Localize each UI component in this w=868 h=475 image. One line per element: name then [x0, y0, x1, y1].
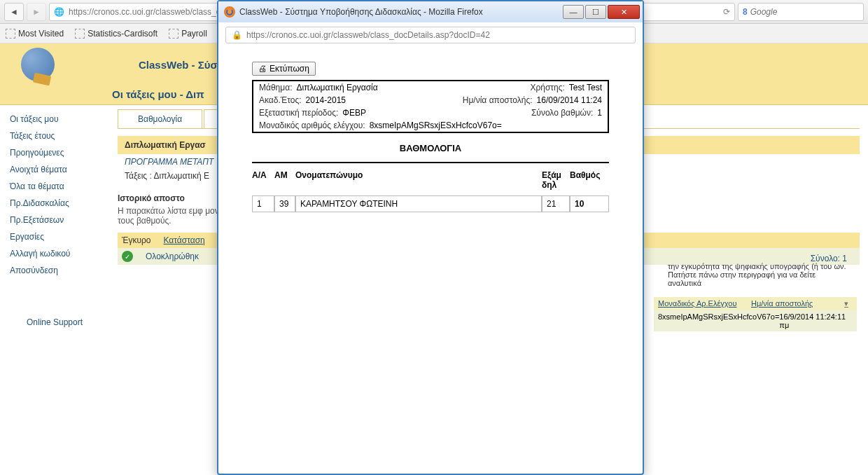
grades-heading: ΒΑΘΜΟΛΟΓΙΑ — [252, 133, 609, 159]
tab-grades[interactable]: Βαθμολογία — [118, 109, 202, 128]
sidebar-item-year-classes[interactable]: Τάξεις έτους — [3, 128, 106, 144]
sidebar: Οι τάξεις μου Τάξεις έτους Προηγούμενες … — [0, 105, 109, 336]
search-input[interactable] — [750, 7, 859, 17]
bookmark-payroll[interactable]: Payroll — [169, 29, 207, 39]
reload-icon[interactable]: ⟳ — [723, 7, 730, 17]
lock-icon: 🔒 — [232, 30, 242, 40]
cell-sem: 21 — [542, 195, 570, 212]
cell-grade: 10 — [570, 195, 609, 212]
right-info-text: την εγκυρότητα της ψηφιακής υπογραφής (ή… — [661, 261, 857, 289]
sidebar-item-logout[interactable]: Αποσύνδεση — [3, 262, 106, 279]
print-icon: 🖨 — [258, 64, 267, 74]
search-box[interactable]: 8 — [738, 3, 864, 21]
sidebar-item-open-topics[interactable]: Ανοιχτά θέματα — [3, 161, 106, 178]
bookmark-icon — [75, 29, 85, 39]
col-status[interactable]: Κατάσταση — [163, 235, 204, 245]
right-table: Μοναδικός Αρ.Ελέγχου Ημ/νία αποστολής ▾ … — [654, 297, 857, 331]
popup-titlebar[interactable]: ClassWeb - Σύστημα Υποβοήθησης Διδασκαλί… — [218, 1, 643, 22]
popup-url-bar[interactable]: 🔒 https://cronos.cc.uoi.gr/classweb/clas… — [225, 27, 636, 43]
cell-aa: 1 — [252, 195, 274, 212]
grades-head: A/A AM Ονοματεπώνυμο Εξάμ δηλ Βαθμός — [252, 169, 609, 191]
maximize-button[interactable]: ☐ — [585, 5, 606, 19]
grades-row: 1 39 ΚΑΡΑΜΗΤΣΟΥ ΦΩΤΕΙΝΗ 21 10 — [252, 195, 609, 212]
col-date[interactable]: Ημ/νία αποστολής — [751, 299, 844, 308]
bookmark-icon — [6, 29, 15, 39]
cell-name: ΚΑΡΑΜΗΤΣΟΥ ΦΩΤΕΙΝΗ — [295, 195, 542, 212]
col-valid[interactable]: Έγκυρο — [122, 235, 150, 245]
popup-title: ClassWeb - Σύστημα Υποβοήθησης Διδασκαλί… — [239, 7, 563, 17]
firefox-icon — [224, 6, 235, 18]
right-table-row[interactable]: 8xsmeIpAMgSRsxjESxHcfcoV67o= 16/9/2014 1… — [654, 310, 857, 331]
close-button[interactable]: ✕ — [608, 5, 640, 19]
bookmark-icon — [169, 29, 178, 39]
sidebar-item-teaching[interactable]: Πρ.Διδασκαλίας — [3, 195, 106, 212]
history-status: Ολοκληρώθηκ — [146, 252, 199, 261]
doc-info-box: Μάθημα:Διπλωματική Εργασία Χρήστης:Test … — [252, 80, 609, 133]
bookmark-statistics[interactable]: Statistics-Cardisoft — [75, 29, 158, 39]
back-button[interactable]: ◄ — [4, 3, 24, 21]
sidebar-item-change-password[interactable]: Αλλαγή κωδικού — [3, 245, 106, 262]
print-button[interactable]: 🖨 Εκτύπωση — [252, 62, 316, 76]
sidebar-item-all-topics[interactable]: Όλα τα θέματα — [3, 178, 106, 195]
sidebar-item-my-classes[interactable]: Οι τάξεις μου — [3, 111, 106, 128]
cell-am: 39 — [274, 195, 295, 212]
valid-check-icon: ✓ — [122, 251, 133, 262]
forward-button[interactable]: ► — [27, 3, 46, 21]
bookmark-most-visited[interactable]: Most Visited — [6, 29, 64, 39]
sidebar-item-work[interactable]: Εργασίες — [3, 228, 106, 245]
google-icon: 8 — [743, 7, 748, 17]
sort-arrow-icon[interactable]: ▾ — [844, 299, 853, 308]
col-uid[interactable]: Μοναδικός Αρ.Ελέγχου — [658, 299, 751, 308]
sidebar-item-previous[interactable]: Προηγούμενες — [3, 144, 106, 161]
popup-url: https://cronos.cc.uoi.gr/classweb/class_… — [246, 30, 490, 40]
app-logo — [21, 48, 55, 81]
sidebar-item-exams[interactable]: Πρ.Εξετάσεων — [3, 212, 106, 228]
popup-window: ClassWeb - Σύστημα Υποβοήθησης Διδασκαλί… — [217, 0, 644, 475]
minimize-button[interactable]: — — [563, 5, 584, 19]
popup-body: 🖨 Εκτύπωση Μάθημα:Διπλωματική Εργασία Χρ… — [218, 48, 643, 226]
support-link[interactable]: Online Support — [3, 314, 106, 331]
globe-icon: 🌐 — [54, 7, 64, 17]
